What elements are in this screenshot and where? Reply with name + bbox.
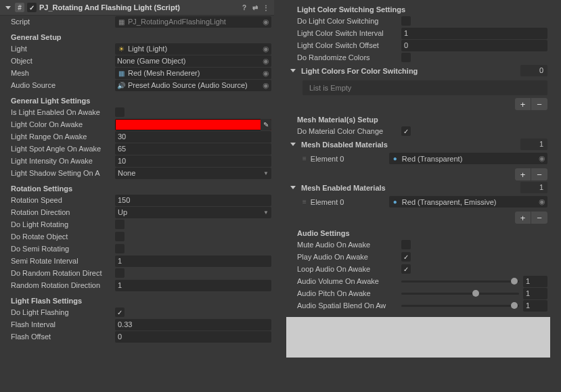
- do-random-rotation-checkbox[interactable]: [115, 268, 125, 278]
- eyedropper-icon[interactable]: ✎: [261, 119, 271, 130]
- object-label: Object: [11, 57, 115, 65]
- do-semi-rotating-checkbox[interactable]: [115, 244, 125, 253]
- flash-interval-input[interactable]: [115, 319, 271, 330]
- csharp-icon: ▦: [117, 18, 125, 26]
- preset-icon[interactable]: ⇄: [251, 3, 259, 11]
- light-color-label: Light Color On Awake: [11, 120, 115, 128]
- light-intensity-label: Light Intensity On Awake: [11, 157, 115, 165]
- play-audio-checkbox[interactable]: ✓: [401, 252, 411, 262]
- do-material-change-checkbox[interactable]: ✓: [401, 126, 411, 136]
- light-range-input[interactable]: [115, 131, 271, 143]
- loop-audio-checkbox[interactable]: ✓: [401, 264, 411, 274]
- array-add-button[interactable]: +: [515, 212, 531, 224]
- audio-pitch-slider[interactable]: [401, 293, 519, 295]
- object-picker-icon[interactable]: ◉: [263, 18, 269, 26]
- do-color-switch-label: Do Light Color Switching: [297, 17, 401, 25]
- foldout-arrow-icon[interactable]: [290, 69, 296, 72]
- audio-spatial-input[interactable]: 1: [523, 300, 547, 312]
- light-colors-count[interactable]: 0: [520, 65, 547, 76]
- object-field[interactable]: None (Game Object) ◉: [115, 55, 271, 67]
- semi-rotate-interval-label: Semi Rotate Interval: [11, 257, 115, 265]
- help-icon[interactable]: ?: [240, 3, 248, 11]
- flash-interval-label: Flash Interval: [11, 320, 115, 328]
- script-label: Script: [11, 18, 115, 26]
- mesh-enabled-array-header[interactable]: Mesh Enabled Materials 1: [286, 180, 550, 195]
- object-picker-icon[interactable]: ◉: [539, 197, 545, 206]
- drag-handle-icon[interactable]: ≡: [302, 155, 307, 162]
- material-field[interactable]: ● Red (Transparent) ◉: [389, 153, 547, 164]
- color-switch-interval-input[interactable]: [401, 28, 547, 39]
- audio-pitch-input[interactable]: 1: [523, 288, 547, 299]
- random-rotation-interval-input[interactable]: [115, 280, 271, 291]
- mesh-enabled-count[interactable]: 1: [520, 182, 547, 193]
- object-picker-icon[interactable]: ◉: [263, 69, 269, 78]
- foldout-arrow-icon[interactable]: [290, 186, 296, 189]
- enabled-checkbox[interactable]: ✓: [27, 3, 37, 12]
- section-mesh-setup: Mesh Material(s) Setup: [286, 110, 550, 125]
- audio-spatial-slider[interactable]: [401, 305, 519, 307]
- rotation-dir-dropdown[interactable]: Up▼: [115, 207, 271, 218]
- material-field[interactable]: ● Red (Transparent, Emissive) ◉: [389, 196, 547, 207]
- do-color-switch-checkbox[interactable]: [401, 16, 411, 26]
- light-enabled-checkbox[interactable]: [115, 107, 125, 117]
- flash-offset-input[interactable]: [115, 331, 271, 343]
- array-remove-button[interactable]: −: [531, 212, 547, 224]
- script-row: Script ▦ PJ_RotatingAndFlashingLight ◉: [0, 16, 274, 28]
- do-randomize-colors-checkbox[interactable]: [401, 53, 411, 62]
- component-title: PJ_Rotating And Flashing Light (Script): [39, 3, 238, 11]
- chevron-down-icon: ▼: [263, 170, 269, 176]
- section-general-setup: General Setup: [0, 28, 274, 43]
- audio-source-field[interactable]: 🔊 Preset Audio Source (Audio Source) ◉: [115, 80, 271, 91]
- mesh-disabled-count[interactable]: 1: [520, 139, 547, 150]
- light-field[interactable]: ☀ Light (Light) ◉: [115, 43, 271, 55]
- array-add-button[interactable]: +: [515, 98, 531, 110]
- do-light-rotating-checkbox[interactable]: [115, 220, 125, 229]
- element-label: Element 0: [311, 155, 385, 163]
- do-light-flashing-checkbox[interactable]: ✓: [115, 308, 125, 317]
- script-icon: #: [15, 3, 24, 12]
- color-switch-offset-input[interactable]: [401, 40, 547, 51]
- object-picker-icon[interactable]: ◉: [539, 154, 545, 163]
- object-picker-icon[interactable]: ◉: [263, 81, 269, 90]
- list-empty-text: List is Empty: [302, 80, 547, 95]
- object-picker-icon[interactable]: ◉: [263, 45, 269, 53]
- do-rotate-object-checkbox[interactable]: [115, 232, 125, 241]
- mesh-disabled-array-header[interactable]: Mesh Disabled Materials 1: [286, 137, 550, 151]
- array-remove-button[interactable]: −: [531, 98, 547, 110]
- section-flash: Light Flash Settings: [0, 291, 274, 306]
- array-remove-button[interactable]: −: [531, 168, 547, 180]
- array-add-button[interactable]: +: [515, 168, 531, 180]
- rotation-speed-label: Rotation Speed: [11, 196, 115, 204]
- light-spot-input[interactable]: [115, 143, 271, 155]
- element-label: Element 0: [311, 198, 385, 206]
- audio-volume-label: Audio Volume On Awake: [297, 277, 401, 285]
- light-intensity-input[interactable]: [115, 155, 271, 167]
- foldout-arrow-icon[interactable]: [290, 143, 296, 146]
- mute-audio-label: Mute Audio On Awake: [297, 241, 401, 249]
- mesh-field[interactable]: ▦ Red (Mesh Renderer) ◉: [115, 68, 271, 79]
- do-light-flashing-label: Do Light Flashing: [11, 308, 115, 316]
- loop-audio-label: Loop Audio On Awake: [297, 265, 401, 273]
- section-color-switch: Light Color Switching Settings: [286, 4, 550, 15]
- light-shadow-dropdown[interactable]: None▼: [115, 168, 271, 179]
- play-audio-label: Play Audio On Awake: [297, 253, 401, 261]
- audio-pitch-label: Audio Pitch On Awake: [297, 289, 401, 297]
- audio-volume-slider[interactable]: [401, 280, 519, 283]
- foldout-arrow-icon[interactable]: [5, 6, 11, 9]
- light-enabled-label: Is Light Enabled On Awake: [11, 108, 115, 116]
- object-picker-icon[interactable]: ◉: [263, 57, 269, 66]
- script-field: ▦ PJ_RotatingAndFlashingLight ◉: [115, 16, 271, 28]
- do-light-rotating-label: Do Light Rotating: [11, 220, 115, 228]
- light-colors-array-header[interactable]: Light Colors For Color Switching 0: [286, 64, 550, 78]
- array-element-row: ≡ Element 0 ● Red (Transparent, Emissive…: [286, 195, 550, 209]
- audio-volume-input[interactable]: 1: [523, 276, 547, 287]
- mute-audio-checkbox[interactable]: [401, 240, 411, 249]
- light-range-label: Light Range On Awake: [11, 132, 115, 141]
- semi-rotate-interval-input[interactable]: [115, 255, 271, 267]
- menu-icon[interactable]: ⋮: [262, 3, 270, 11]
- rotation-speed-input[interactable]: [115, 195, 271, 206]
- drag-handle-icon[interactable]: ≡: [302, 198, 307, 205]
- component-header[interactable]: # ✓ PJ_Rotating And Flashing Light (Scri…: [0, 0, 274, 16]
- light-color-field[interactable]: ✎: [115, 119, 271, 130]
- light-shadow-label: Light Shadow Setting On A: [11, 169, 115, 177]
